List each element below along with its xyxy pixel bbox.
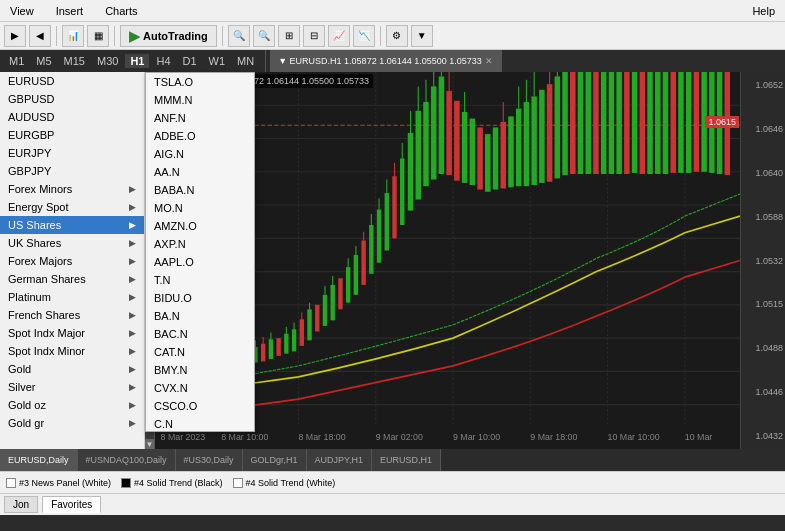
tf-h1[interactable]: H1 [125, 54, 149, 68]
toolbar-btn-5[interactable]: 📈 [328, 25, 350, 47]
sidebar-item-eurgbp[interactable]: EURGBP [0, 126, 144, 144]
svg-text:9 Mar 10:00: 9 Mar 10:00 [453, 432, 500, 442]
sidebar-item-spot-indx-major[interactable]: Spot Indx Major▶ [0, 324, 144, 342]
tf-d1[interactable]: D1 [178, 54, 202, 68]
dropdown-item-mmm[interactable]: MMM.N [146, 91, 254, 109]
tf-h4[interactable]: H4 [151, 54, 175, 68]
svg-rect-116 [531, 96, 537, 185]
tab-close-icon[interactable]: ✕ [485, 56, 493, 66]
sidebar-item-gold-oz[interactable]: Gold oz▶ [0, 396, 144, 414]
toolbar-more[interactable]: ▼ [411, 25, 433, 47]
svg-rect-59 [276, 338, 280, 356]
toolbar-settings[interactable]: ⚙ [386, 25, 408, 47]
chart-tab-eurusd-h1[interactable]: ▼ EURUSD.H1 1.05872 1.06144 1.05500 1.05… [270, 50, 502, 72]
sidebar-item-german-shares[interactable]: German Shares▶ [0, 270, 144, 288]
svg-rect-86 [392, 176, 396, 238]
tf-m5[interactable]: M5 [31, 54, 56, 68]
news-panel-item[interactable]: #3 News Panel (White) [2, 477, 115, 489]
sidebar-item-gbpjpy[interactable]: GBPJPY [0, 162, 144, 180]
svg-rect-103 [462, 112, 468, 183]
toolbar-btn-chart[interactable]: 📊 [62, 25, 84, 47]
tab-label: ▼ EURUSD.H1 1.05872 1.06144 1.05500 1.05… [278, 56, 482, 66]
sidebar-item-french-shares[interactable]: French Shares▶ [0, 306, 144, 324]
sidebar-item-gbpusd[interactable]: GBPUSD [0, 90, 144, 108]
status-tab-favorites[interactable]: Favorites [42, 496, 101, 513]
chart-tab-audjpy-h1[interactable]: AUDJPY,H1 [307, 449, 372, 471]
chart-tab-eurusd-h1-bottom[interactable]: EURUSD,H1 [372, 449, 441, 471]
dropdown-item-bidu[interactable]: BIDU.O [146, 289, 254, 307]
sidebar-item-us-shares[interactable]: US Shares▶ [0, 216, 144, 234]
menu-insert[interactable]: Insert [50, 3, 90, 19]
svg-rect-62 [292, 329, 296, 351]
tf-mn[interactable]: MN [232, 54, 259, 68]
svg-rect-98 [439, 76, 445, 174]
tf-m15[interactable]: M15 [59, 54, 90, 68]
dropdown-item-baba[interactable]: BABA.N [146, 181, 254, 199]
dropdown-item-adbe[interactable]: ADBE.O [146, 127, 254, 145]
dropdown-item-csco[interactable]: CSCO.O [146, 397, 254, 415]
svg-rect-84 [385, 193, 389, 251]
dropdown-item-tsla[interactable]: TSLA.O [146, 73, 254, 91]
svg-text:9 Mar 02:00: 9 Mar 02:00 [376, 432, 423, 442]
dropdown-item-axp[interactable]: AXP.N [146, 235, 254, 253]
dropdown-item-ba[interactable]: BA.N [146, 307, 254, 325]
solid-trend-black-item[interactable]: #4 Solid Trend (Black) [117, 477, 227, 489]
dropdown-item-bmy[interactable]: BMY.N [146, 361, 254, 379]
chart-tab-us30[interactable]: #US30,Daily [176, 449, 243, 471]
svg-rect-57 [269, 339, 273, 359]
status-tab-jon[interactable]: Jon [4, 496, 38, 513]
sidebar-item-forex-majors[interactable]: Forex Majors▶ [0, 252, 144, 270]
sidebar-item-eurjpy[interactable]: EURJPY [0, 144, 144, 162]
toolbar-zoom-in[interactable]: 🔍 [228, 25, 250, 47]
sidebar-item-uk-shares[interactable]: UK Shares▶ [0, 234, 144, 252]
toolbar-btn-6[interactable]: 📉 [353, 25, 375, 47]
tf-w1[interactable]: W1 [204, 54, 231, 68]
menu-bar: View Insert Charts Help [0, 0, 785, 22]
dropdown-item-c[interactable]: C.N [146, 415, 254, 432]
dropdown-item-aa[interactable]: AA.N [146, 163, 254, 181]
dropdown-item-anf[interactable]: ANF.N [146, 109, 254, 127]
toolbar-btn-3[interactable]: ⊞ [278, 25, 300, 47]
sidebar-item-gold[interactable]: Gold▶ [0, 360, 144, 378]
toolbar-btn-4[interactable]: ⊟ [303, 25, 325, 47]
chart-tab-eurusd-daily[interactable]: EURUSD,Daily [0, 449, 78, 471]
tf-m1[interactable]: M1 [4, 54, 29, 68]
svg-rect-94 [423, 102, 429, 186]
toolbar-btn-bar[interactable]: ▦ [87, 25, 109, 47]
svg-rect-144 [655, 72, 661, 174]
svg-text:8 Mar 18:00: 8 Mar 18:00 [298, 432, 345, 442]
sidebar-item-platinum[interactable]: Platinum▶ [0, 288, 144, 306]
sidebar-item-eurusd[interactable]: EURUSD [0, 72, 144, 90]
toolbar-btn-2[interactable]: ◀ [29, 25, 51, 47]
toolbar-btn-1[interactable]: ▶ [4, 25, 26, 47]
dropdown-item-aapl[interactable]: AAPL.O [146, 253, 254, 271]
dropdown-item-aig[interactable]: AIG.N [146, 145, 254, 163]
sidebar-item-energy-spot[interactable]: Energy Spot▶ [0, 198, 144, 216]
solid-trend-black-color [121, 478, 131, 488]
chart-tab-usndaq100[interactable]: #USNDAQ100,Daily [78, 449, 176, 471]
dropdown-item-cvx[interactable]: CVX.N [146, 379, 254, 397]
toolbar-zoom-out[interactable]: 🔍 [253, 25, 275, 47]
svg-rect-119 [547, 84, 553, 182]
chart-tab-goldgr-h1[interactable]: GOLDgr,H1 [243, 449, 307, 471]
dropdown-item-bac[interactable]: BAC.N [146, 325, 254, 343]
dropdown-item-mo[interactable]: MO.N [146, 199, 254, 217]
svg-rect-100 [446, 91, 452, 175]
sidebar-item-spot-indx-minor[interactable]: Spot Indx Minor▶ [0, 342, 144, 360]
dropdown-item-t[interactable]: T.N [146, 271, 254, 289]
tf-m30[interactable]: M30 [92, 54, 123, 68]
dropdown-item-cat[interactable]: CAT.N [146, 343, 254, 361]
menu-charts[interactable]: Charts [99, 3, 143, 19]
menu-help[interactable]: Help [746, 3, 781, 19]
solid-trend-white-item[interactable]: #4 Solid Trend (White) [229, 477, 340, 489]
sidebar-item-silver[interactable]: Silver▶ [0, 378, 144, 396]
svg-rect-82 [377, 209, 381, 262]
sidebar-item-audusd[interactable]: AUDUSD [0, 108, 144, 126]
sidebar-item-forex-minors[interactable]: Forex Minors▶ [0, 180, 144, 198]
auto-trading-button[interactable]: ▶ AutoTrading [120, 25, 217, 47]
sidebar-item-gold-gr[interactable]: Gold gr▶ [0, 414, 144, 432]
solid-trend-white-label: #4 Solid Trend (White) [246, 478, 336, 488]
dropdown-item-amzn[interactable]: AMZN.O [146, 217, 254, 235]
timeframe-bar: M1 M5 M15 M30 H1 H4 D1 W1 MN ▼ EURUSD.H1… [0, 50, 785, 72]
menu-view[interactable]: View [4, 3, 40, 19]
